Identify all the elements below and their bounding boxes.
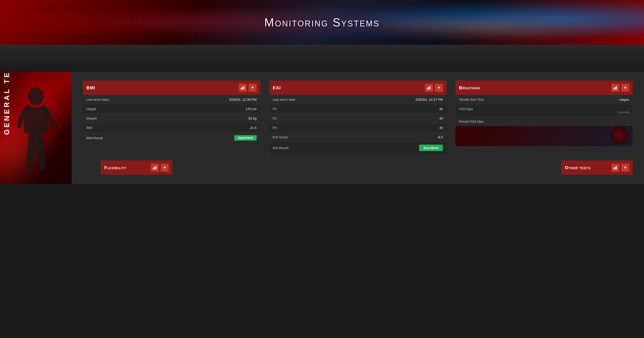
bmi-add-button[interactable]: + xyxy=(248,84,257,92)
eai-card: EAI + Last test's xyxy=(269,80,447,154)
bmi-weight-value: 62 kg xyxy=(248,116,257,120)
svg-rect-12 xyxy=(156,166,156,170)
bmi-date-value: 5/30/24, 12:30 PM xyxy=(229,98,257,102)
bmi-card-title: BMI xyxy=(86,85,95,90)
breathing-vo2-unit: ml/min/kg xyxy=(618,111,629,114)
eai-score-label: EAI Score xyxy=(273,135,288,139)
other-tests-card-header: Other tests + xyxy=(561,160,633,175)
eai-add-button[interactable]: + xyxy=(435,84,443,92)
cards-area: BMI + Last test's xyxy=(72,72,644,184)
svg-rect-10 xyxy=(153,168,154,170)
eai-date-row: Last test's date: 5/30/24, 12:37 PM xyxy=(269,95,447,104)
other-tests-card-title: Other tests xyxy=(565,165,590,170)
eai-p1-label: P1 xyxy=(273,107,277,111)
breathing-vo2-label: VO2 Max xyxy=(459,107,473,111)
eai-score-value: -8.5 xyxy=(437,135,443,139)
eai-p3-label: P3 xyxy=(273,126,277,130)
flexibility-card-title: Flexibility xyxy=(104,165,126,170)
svg-rect-4 xyxy=(427,88,428,90)
bmi-weight-row: Weight 62 kg xyxy=(83,114,260,123)
breathing-shuttle-value: - stages xyxy=(617,98,629,102)
bmi-date-row: Last test's date: 5/30/24, 12:30 PM xyxy=(83,95,260,104)
svg-rect-1 xyxy=(241,88,242,90)
breathing-card-body: Shuttle Run Test - stages VO2 Max - ml/m… xyxy=(455,95,633,126)
eai-card-title: EAI xyxy=(273,85,281,90)
eai-p1-row: P1 35 xyxy=(269,104,447,114)
breathing-card-buttons: + xyxy=(611,84,629,92)
chart-icon xyxy=(152,166,157,170)
eai-result-badge: Excellent xyxy=(419,144,443,151)
bmi-card-header: BMI + xyxy=(83,80,260,95)
eai-chart-button[interactable] xyxy=(425,84,433,92)
breathing-vo2-value: - xyxy=(628,107,629,111)
eai-score-row: EAI Score -8.5 xyxy=(269,132,447,142)
dark-transition xyxy=(0,45,644,72)
bmi-height-row: Height 170 cm xyxy=(83,104,260,114)
main-content: GENERAL TESTS BMI xyxy=(0,72,644,184)
bottom-cards-row: Flexibility + xyxy=(101,160,633,175)
chart-icon xyxy=(240,86,245,90)
bmi-height-label: Height xyxy=(86,107,96,111)
flexibility-card-header: Flexibility + xyxy=(101,160,172,175)
eai-card-body: Last test's date: 5/30/24, 12:37 PM P1 3… xyxy=(269,95,447,154)
bmi-chart-button[interactable] xyxy=(239,84,247,92)
breathing-card-image xyxy=(455,126,633,146)
bmi-result-row: BMI Result Optimized xyxy=(83,132,260,143)
eai-p3-row: P3 40 xyxy=(269,123,447,132)
flexibility-card: Flexibility + xyxy=(101,160,172,175)
breathing-chart-button[interactable] xyxy=(611,84,620,92)
breathing-shuttle-label: Shuttle Run Test xyxy=(459,98,484,102)
svg-rect-9 xyxy=(616,86,617,90)
page-header: Monitoring Systems xyxy=(0,0,644,45)
eai-result-label: EAI Result xyxy=(273,146,289,150)
other-tests-card-buttons: + xyxy=(611,164,629,172)
eai-p2-value: 40 xyxy=(439,116,443,120)
bmi-card: BMI + Last test's xyxy=(83,80,260,143)
eai-card-buttons: + xyxy=(425,84,443,92)
chart-icon xyxy=(613,86,618,90)
svg-rect-6 xyxy=(430,86,430,90)
svg-rect-7 xyxy=(613,88,614,90)
eai-p2-row: P2 40 xyxy=(269,114,447,123)
eai-p1-value: 35 xyxy=(439,107,443,111)
flexibility-card-buttons: + xyxy=(151,164,169,172)
breathing-result-label: Result VO2 Max xyxy=(459,120,483,123)
svg-rect-15 xyxy=(616,166,617,170)
top-cards-row: BMI + Last test's xyxy=(83,80,633,154)
sidebar-panel: GENERAL TESTS xyxy=(0,72,72,184)
breathing-result-row: Result VO2 Max - xyxy=(455,117,633,126)
eai-card-header: EAI + xyxy=(269,80,447,95)
svg-rect-8 xyxy=(615,87,616,90)
bmi-score-value: 21.5 xyxy=(250,126,256,130)
other-tests-chart-button[interactable] xyxy=(611,164,620,172)
chart-icon xyxy=(427,86,431,90)
sidebar-label: GENERAL TESTS xyxy=(3,72,11,135)
svg-rect-5 xyxy=(428,87,429,90)
eai-date-value: 5/30/24, 12:37 PM xyxy=(416,98,443,102)
bmi-card-buttons: + xyxy=(239,84,257,92)
breathing-result-value: - xyxy=(628,120,629,123)
bmi-card-body: Last test's date: 5/30/24, 12:30 PM Heig… xyxy=(83,95,260,143)
svg-rect-3 xyxy=(244,86,244,90)
flexibility-chart-button[interactable] xyxy=(151,164,159,172)
bmi-height-value: 170 cm xyxy=(246,107,256,111)
chart-icon xyxy=(613,166,618,170)
bmi-result-label: BMI Result xyxy=(86,136,103,140)
eai-p3-value: 40 xyxy=(439,126,443,130)
breathing-vo2-row: VO2 Max - ml/min/kg xyxy=(455,104,633,117)
breathing-card-header: Breathing + xyxy=(455,80,633,95)
svg-rect-11 xyxy=(154,167,155,170)
page-title: Monitoring Systems xyxy=(264,16,380,29)
bmi-score-row: BMI 21.5 xyxy=(83,123,260,132)
eai-date-label: Last test's date: xyxy=(273,98,296,102)
other-tests-add-button[interactable]: + xyxy=(621,164,629,172)
bmi-result-badge: Optimized xyxy=(234,135,257,140)
breathing-add-button[interactable]: + xyxy=(621,84,629,92)
flexibility-add-button[interactable]: + xyxy=(161,164,169,172)
eai-result-row: EAI Result Excellent xyxy=(269,142,447,154)
breathing-shuttle-row: Shuttle Run Test - stages xyxy=(455,95,633,104)
breathing-card-title: Breathing xyxy=(459,85,480,90)
breathing-card: Breathing + Shuttl xyxy=(455,80,633,146)
bmi-weight-label: Weight xyxy=(86,116,97,120)
svg-rect-2 xyxy=(242,87,243,90)
